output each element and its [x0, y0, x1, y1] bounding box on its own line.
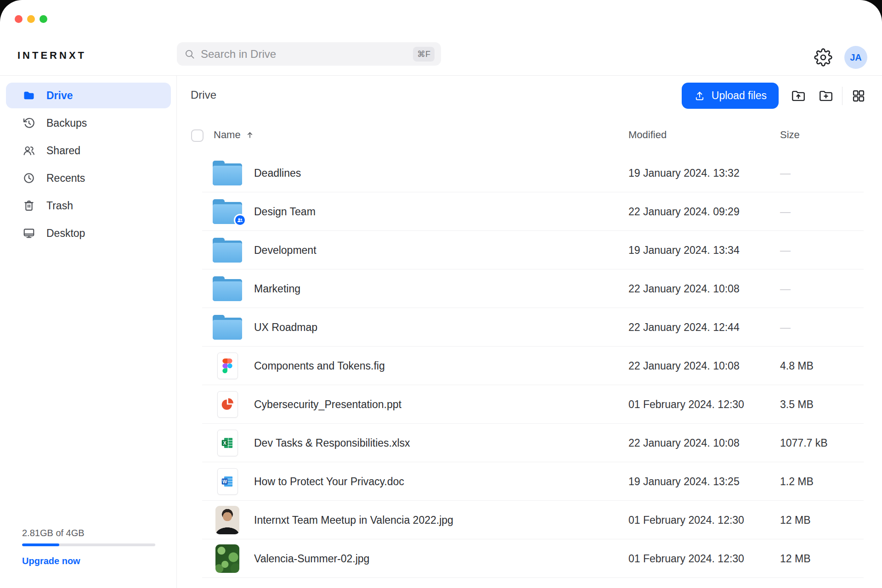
- row-name: Internxt Team Meetup in Valencia 2022.jp…: [254, 514, 453, 526]
- new-folder-button[interactable]: [818, 88, 834, 104]
- row-modified: 22 January 2024. 10:08: [628, 437, 740, 449]
- table-row[interactable]: Development 19 January 2024. 13:34 —: [202, 231, 864, 269]
- folder-icon: [207, 308, 248, 347]
- row-modified: 22 January 2024. 10:08: [628, 359, 740, 372]
- toolbar: Upload files: [682, 83, 866, 109]
- sort-ascending-icon: [245, 130, 254, 140]
- sidebar-item-label: Backups: [46, 117, 87, 129]
- row-modified: 19 January 2024. 13:34: [628, 244, 740, 256]
- app-window: INTERNXT ⌘F JA Drive: [0, 0, 882, 588]
- row-modified: 22 January 2024. 10:08: [628, 282, 740, 295]
- table-row[interactable]: UX Roadmap 22 January 2024. 12:44 —: [202, 308, 864, 347]
- search-bar[interactable]: ⌘F: [177, 42, 441, 66]
- row-modified: 01 February 2024. 12:30: [628, 398, 744, 410]
- photo-thumbnail-portrait: [207, 501, 248, 539]
- row-size: 4.8 MB: [780, 359, 814, 372]
- people-icon: [23, 144, 35, 157]
- minimize-window-button[interactable]: [27, 15, 35, 23]
- sidebar-item-shared[interactable]: Shared: [6, 138, 171, 163]
- excel-file-icon: X: [207, 424, 248, 462]
- storage-widget: 2.81GB of 4GB Upgrade now: [22, 528, 155, 566]
- column-name-label: Name: [214, 129, 241, 141]
- search-icon: [184, 49, 195, 60]
- close-window-button[interactable]: [15, 15, 23, 23]
- row-name: Dev Tasks & Responsibilities.xlsx: [254, 437, 410, 449]
- column-header-name[interactable]: Name: [214, 129, 254, 141]
- storage-progress-track: [22, 543, 155, 546]
- table-row[interactable]: W How to Protect Your Privacy.doc 19 Jan…: [202, 462, 864, 501]
- table-row[interactable]: Deadlines 19 January 2024. 13:32 —: [202, 154, 864, 192]
- upgrade-now-link[interactable]: Upgrade now: [22, 556, 155, 566]
- shared-badge-icon: [234, 214, 246, 226]
- table-row[interactable]: Marketing 22 January 2024. 10:08 —: [202, 269, 864, 308]
- folder-icon: [207, 269, 248, 308]
- row-size: 12 MB: [780, 514, 810, 526]
- upload-files-button[interactable]: Upload files: [682, 83, 779, 109]
- svg-text:X: X: [223, 440, 226, 446]
- row-size: 1.2 MB: [780, 475, 814, 487]
- sidebar-item-label: Shared: [46, 145, 80, 157]
- page-title: Drive: [191, 89, 216, 101]
- column-header-size[interactable]: Size: [780, 129, 800, 141]
- internxt-logo: INTERNXT: [17, 50, 86, 62]
- word-file-icon: W: [207, 462, 248, 501]
- row-modified: 01 February 2024. 12:30: [628, 514, 744, 526]
- table-row[interactable]: Components and Tokens.fig 22 January 202…: [202, 347, 864, 385]
- sidebar-item-recents[interactable]: Recents: [6, 165, 171, 191]
- sidebar-item-backups[interactable]: Backups: [6, 110, 171, 136]
- window-controls: [15, 15, 47, 23]
- column-header-modified[interactable]: Modified: [628, 129, 667, 141]
- search-input[interactable]: [201, 48, 413, 61]
- shared-folder-icon: [207, 192, 248, 231]
- gear-icon: [814, 48, 832, 67]
- sidebar-item-label: Recents: [46, 172, 85, 185]
- row-size: 12 MB: [780, 552, 810, 565]
- row-size: —: [780, 205, 791, 218]
- row-name: Deadlines: [254, 167, 301, 179]
- figma-file-icon: [207, 347, 248, 385]
- grid-view-button[interactable]: [851, 88, 866, 104]
- row-size: —: [780, 321, 791, 333]
- svg-text:W: W: [222, 479, 227, 484]
- grid-view-icon: [851, 89, 866, 103]
- presentation-file-icon: [207, 385, 248, 424]
- select-all-checkbox[interactable]: [191, 129, 204, 142]
- sidebar-item-label: Trash: [46, 200, 73, 212]
- row-name: How to Protect Your Privacy.doc: [254, 475, 404, 487]
- folder-icon: [207, 154, 248, 192]
- sidebar-item-drive[interactable]: Drive: [6, 83, 171, 108]
- settings-button[interactable]: [814, 48, 832, 67]
- sidebar: Drive Backups: [0, 76, 177, 588]
- row-size: —: [780, 167, 791, 179]
- table-row[interactable]: Internxt Team Meetup in Valencia 2022.jp…: [202, 501, 864, 539]
- row-name: Components and Tokens.fig: [254, 359, 385, 372]
- row-name: Development: [254, 244, 317, 256]
- row-size: 3.5 MB: [780, 398, 814, 410]
- table-row[interactable]: X Dev Tasks & Responsibilities.xlsx 22 J…: [202, 424, 864, 462]
- storage-progress-fill: [22, 543, 59, 546]
- photo-thumbnail-leaves: [207, 539, 248, 578]
- file-list: Deadlines 19 January 2024. 13:32 — Desig…: [202, 154, 864, 578]
- zoom-window-button[interactable]: [40, 15, 47, 23]
- table-row[interactable]: Design Team 22 January 2024. 09:29 —: [202, 192, 864, 231]
- sidebar-item-trash[interactable]: Trash: [6, 193, 171, 218]
- table-row[interactable]: Cybersecurity_Presentation.ppt 01 Februa…: [202, 385, 864, 424]
- search-shortcut-badge: ⌘F: [413, 47, 435, 62]
- upload-folder-button[interactable]: [791, 88, 806, 104]
- folder-upload-icon: [791, 88, 806, 104]
- table-row[interactable]: Valencia-Summer-02.jpg 01 February 2024.…: [202, 539, 864, 578]
- main-content: Drive Upload files: [177, 76, 882, 588]
- row-size: —: [780, 244, 791, 256]
- trash-icon: [23, 199, 35, 212]
- row-name: Cybersecurity_Presentation.ppt: [254, 398, 401, 410]
- row-modified: 22 January 2024. 12:44: [628, 321, 740, 333]
- storage-usage-label: 2.81GB of 4GB: [22, 528, 155, 538]
- upload-icon: [694, 90, 706, 102]
- folder-icon: [207, 231, 248, 269]
- user-avatar[interactable]: JA: [844, 46, 867, 69]
- row-name: UX Roadmap: [254, 321, 317, 333]
- clock-icon: [23, 172, 35, 185]
- sidebar-item-desktop[interactable]: Desktop: [6, 220, 171, 246]
- upload-files-label: Upload files: [712, 90, 767, 102]
- row-modified: 01 February 2024. 12:30: [628, 552, 744, 565]
